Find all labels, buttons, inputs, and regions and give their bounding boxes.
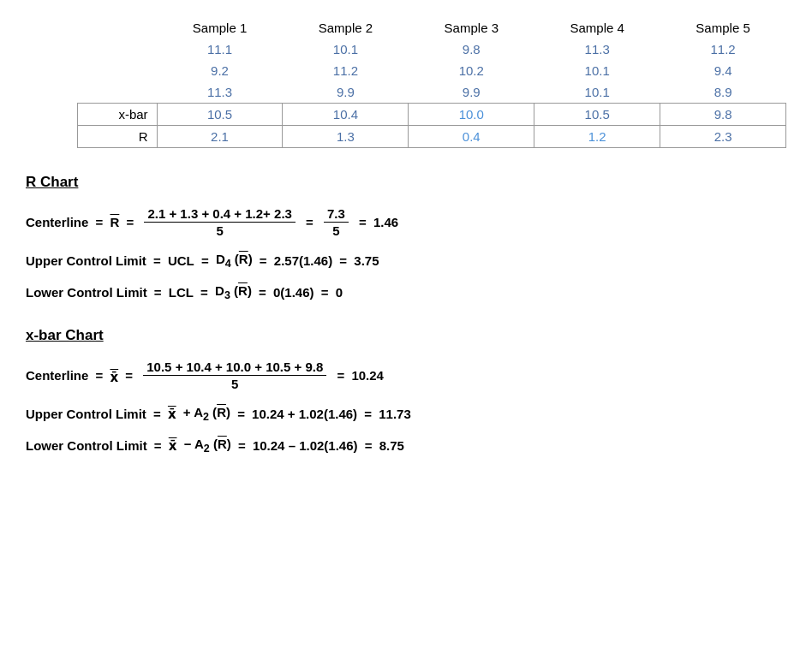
ucl-d4-sub: 4 [225, 258, 231, 270]
xbar-chart-lcl: Lower Control Limit = x̄ − A2 (R) = 10.2… [26, 437, 786, 455]
lcl-d3: D3 (R) [215, 283, 252, 301]
sample3-header: Sample 3 [409, 17, 534, 39]
centerline-result: 1.46 [373, 215, 398, 229]
r-chart-lcl: Lower Control Limit = LCL = D3 (R) = 0(1… [26, 283, 786, 301]
r-s2: 1.3 [283, 126, 409, 148]
lcl-result: 0 [336, 285, 343, 300]
lcl-calc: 0(1.46) [273, 285, 314, 300]
double-xbar-symbol: x̄ [110, 366, 118, 385]
r-s3: 0.4 [409, 126, 534, 148]
cell-r3-s4: 10.1 [534, 81, 660, 104]
xbar-s4: 10.5 [534, 104, 660, 126]
cell-r2-s5: 9.4 [660, 60, 786, 81]
xbar-s3: 10.0 [409, 104, 534, 126]
centerline-numerator: 2.1 + 1.3 + 0.4 + 1.2+ 2.3 [144, 206, 295, 223]
cell-r1-s1: 11.1 [157, 39, 283, 60]
cell-r1-s3: 9.8 [409, 39, 534, 60]
centerline-fraction1: 2.1 + 1.3 + 0.4 + 1.2+ 2.3 5 [144, 206, 295, 238]
xbar-s1: 10.5 [157, 104, 283, 126]
xbar-ucl-xdbar: x̄ [168, 407, 176, 422]
ucl-formula: UCL [168, 253, 194, 268]
xbar-chart-title: x-bar Chart [26, 327, 786, 344]
xbar-chart-section: x-bar Chart Centerline = x̄ = 10.5 + 10.… [26, 327, 786, 455]
centerline-denominator: 5 [212, 223, 226, 238]
eq3: = [302, 215, 317, 229]
xbar-centerline-numerator: 10.5 + 10.4 + 10.0 + 10.5 + 9.8 [143, 360, 326, 376]
eq1: = [92, 215, 106, 229]
r-s1: 2.1 [157, 126, 283, 148]
centerline-label: Centerline [26, 215, 88, 229]
xbar-ucl-label: Upper Control Limit [26, 407, 146, 421]
r-s4: 1.2 [534, 126, 660, 148]
cell-r2-s3: 10.2 [409, 60, 534, 81]
xbar-chart-ucl: Upper Control Limit = x̄ + A2 (R) = 10.2… [26, 405, 786, 423]
xbar-s5: 9.8 [660, 104, 786, 126]
sample1-header: Sample 1 [157, 17, 283, 39]
sample4-header: Sample 4 [534, 17, 660, 39]
ucl-calc: 2.57(1.46) [274, 253, 332, 268]
xbar-centerline-denominator: 5 [228, 376, 242, 391]
cell-r1-s4: 11.3 [534, 39, 660, 60]
ucl-result: 3.75 [354, 253, 379, 268]
sample5-header: Sample 5 [660, 17, 786, 39]
r-s5: 2.3 [660, 126, 786, 148]
cell-r3-s1: 11.3 [157, 81, 283, 104]
cell-r2-s4: 10.1 [534, 60, 660, 81]
cell-r2-s1: 9.2 [157, 60, 283, 81]
centerline-fraction2-den: 5 [329, 223, 343, 238]
table-row: 9.2 11.2 10.2 10.1 9.4 [78, 60, 786, 81]
xbar-centerline-result: 10.24 [351, 368, 384, 383]
xbar-s2: 10.4 [283, 104, 409, 126]
rbar-symbol: R [110, 215, 119, 229]
lcl-formula: LCL [169, 285, 194, 300]
row-label-header [78, 17, 158, 39]
cell-r1-s2: 10.1 [283, 39, 409, 60]
xbar-lcl-xdbar: x̄ [169, 438, 177, 454]
r-chart-section: R Chart Centerline = R = 2.1 + 1.3 + 0.4… [26, 174, 786, 301]
ucl-d4: D4 (R) [216, 252, 253, 270]
xbar-ucl-rbar: R [217, 405, 226, 419]
xbar-lcl-label: Lower Control Limit [26, 438, 147, 453]
r-chart-ucl: Upper Control Limit = UCL = D4 (R) = 2.5… [26, 252, 786, 270]
xbar-label: x-bar [78, 104, 158, 126]
r-row: R 2.1 1.3 0.4 1.2 2.3 [78, 126, 786, 148]
r-chart-title: R Chart [26, 174, 786, 191]
xbar-ucl-result: 11.73 [379, 407, 411, 421]
sample-data-table: Sample 1 Sample 2 Sample 3 Sample 4 Samp… [77, 17, 786, 148]
xbar-chart-centerline: Centerline = x̄ = 10.5 + 10.4 + 10.0 + 1… [26, 360, 786, 391]
xbar-lcl-result: 8.75 [379, 438, 404, 453]
eq2: = [122, 215, 137, 229]
row-label-2 [78, 60, 158, 81]
lcl-label: Lower Control Limit [26, 285, 147, 300]
sample2-header: Sample 2 [283, 17, 409, 39]
xbar-row: x-bar 10.5 10.4 10.0 10.5 9.8 [78, 104, 786, 126]
centerline-fraction2: 7.3 5 [324, 206, 349, 238]
xbar-centerline-label: Centerline [26, 368, 88, 383]
data-table-section: Sample 1 Sample 2 Sample 3 Sample 4 Samp… [26, 17, 786, 148]
centerline-fraction2-num: 7.3 [324, 206, 349, 223]
xbar-centerline-fraction: 10.5 + 10.4 + 10.0 + 10.5 + 9.8 5 [143, 360, 326, 391]
r-label: R [78, 126, 158, 148]
table-row: 11.1 10.1 9.8 11.3 11.2 [78, 39, 786, 60]
xbar-ucl-calc: 10.24 + 1.02(1.46) [252, 407, 357, 421]
eq4: = [355, 215, 370, 229]
xbar-lcl-calc: 10.24 – 1.02(1.46) [253, 438, 358, 453]
cell-r1-s5: 11.2 [660, 39, 786, 60]
ucl-label: Upper Control Limit [26, 253, 146, 268]
cell-r3-s5: 8.9 [660, 81, 786, 104]
lcl-rbar: R [238, 283, 248, 298]
row-label-1 [78, 39, 158, 60]
ucl-rbar: R [239, 252, 248, 266]
cell-r3-s2: 9.9 [283, 81, 409, 104]
table-row: 11.3 9.9 9.9 10.1 8.9 [78, 81, 786, 104]
cell-r3-s3: 9.9 [409, 81, 534, 104]
cell-r2-s2: 11.2 [283, 60, 409, 81]
lcl-d3-sub: 3 [224, 289, 230, 301]
r-chart-centerline: Centerline = R = 2.1 + 1.3 + 0.4 + 1.2+ … [26, 206, 786, 238]
row-label-3 [78, 81, 158, 104]
xbar-lcl-rbar: R [218, 437, 227, 451]
